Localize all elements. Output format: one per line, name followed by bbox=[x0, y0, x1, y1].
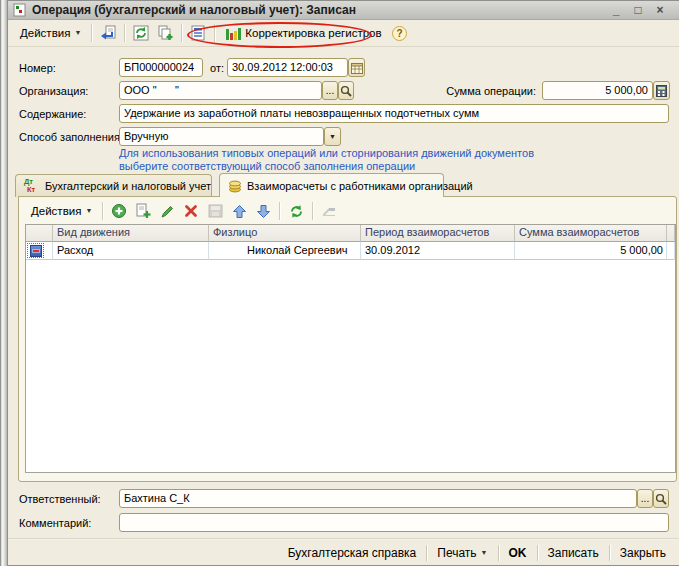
table-toolbar: Действия ▼ bbox=[22, 199, 673, 223]
refresh-document-button[interactable] bbox=[129, 22, 153, 44]
minimize-button[interactable]: _ bbox=[609, 3, 623, 17]
settlements-tab-page: Действия ▼ bbox=[18, 196, 677, 482]
arrow-down-icon bbox=[256, 204, 271, 219]
cell-amount[interactable]: 5 000,00 bbox=[515, 242, 667, 260]
row-indicator-cell bbox=[26, 242, 53, 260]
header-stub bbox=[667, 225, 675, 242]
footer-separator bbox=[498, 545, 499, 561]
header-person[interactable]: Физлицо bbox=[209, 225, 361, 242]
tab-settlements[interactable]: Взаиморасчеты с работниками организаций bbox=[219, 173, 444, 197]
header-period[interactable]: Период взаиморасчетов bbox=[361, 225, 515, 242]
responsible-field[interactable]: Бахтина С_К bbox=[119, 489, 637, 508]
refresh-table-button[interactable] bbox=[284, 200, 308, 222]
move-down-button[interactable] bbox=[251, 200, 275, 222]
caret-down-icon: ▼ bbox=[329, 132, 336, 142]
fill-method-hint-line2: выберите соответствующий способ заполнен… bbox=[119, 160, 415, 172]
cell-person[interactable]: Николай Сергеевич bbox=[209, 242, 361, 260]
maximize-button[interactable]: □ bbox=[631, 3, 645, 17]
write-document-button[interactable] bbox=[96, 22, 120, 44]
magnifier-icon bbox=[340, 85, 352, 97]
organization-lookup-button[interactable] bbox=[338, 81, 354, 100]
sum-field[interactable]: 5 000,00 bbox=[542, 81, 653, 100]
register-correction-button[interactable]: Корректировка регистров bbox=[219, 22, 387, 44]
date-field[interactable]: 30.09.2012 12:00:03 bbox=[227, 58, 348, 77]
table-actions-button[interactable]: Действия ▼ bbox=[25, 200, 98, 222]
print-label: Печать bbox=[437, 546, 476, 560]
actions-button[interactable]: Действия ▼ bbox=[14, 22, 87, 44]
settings-icon bbox=[321, 205, 337, 217]
fill-method-hint-line1: Для использования типовых операций или с… bbox=[119, 147, 534, 159]
footer-separator bbox=[537, 545, 538, 561]
accounting-reference-button[interactable]: Бухгалтерская справка bbox=[279, 542, 426, 564]
cell-period[interactable]: 30.09.2012 bbox=[361, 242, 515, 260]
comment-field[interactable] bbox=[119, 513, 669, 532]
current-row-marker bbox=[27, 243, 44, 258]
organization-ellipsis-button[interactable]: ... bbox=[322, 81, 338, 100]
add-icon bbox=[111, 203, 127, 219]
add-row-button[interactable] bbox=[107, 200, 131, 222]
save-button[interactable]: Записать bbox=[539, 542, 608, 564]
table-empty-area[interactable] bbox=[26, 260, 675, 472]
refresh-icon bbox=[289, 204, 304, 219]
close-button[interactable]: × bbox=[653, 3, 667, 17]
header-amount[interactable]: Сумма взаиморасчетов bbox=[515, 225, 667, 242]
toolbar-separator bbox=[124, 24, 125, 42]
tab-label: Бухгалтерский и налоговый учет bbox=[45, 180, 211, 192]
header-movement-type[interactable]: Вид движения bbox=[53, 225, 209, 242]
arrow-up-icon bbox=[232, 204, 247, 219]
move-up-button[interactable] bbox=[227, 200, 251, 222]
number-field[interactable]: БП000000024 bbox=[119, 58, 203, 77]
calculator-icon bbox=[656, 85, 667, 97]
caret-down-icon: ▼ bbox=[481, 548, 488, 558]
registers-bars-icon bbox=[225, 26, 241, 41]
footer-buttons: Бухгалтерская справка Печать ▼ OK Записа… bbox=[8, 540, 679, 566]
fill-method-dropdown-button[interactable]: ▼ bbox=[324, 127, 341, 146]
edit-row-button[interactable] bbox=[155, 200, 179, 222]
cell-movement-type[interactable]: Расход bbox=[53, 242, 209, 260]
end-edit-button[interactable] bbox=[203, 200, 227, 222]
responsible-label: Ответственный: bbox=[19, 493, 101, 505]
table-row[interactable]: Расход Николай Сергеевич 30.09.2012 5 00… bbox=[26, 242, 675, 260]
ok-label: OK bbox=[509, 546, 527, 560]
cell-stub bbox=[667, 242, 675, 260]
toolbar-separator bbox=[91, 24, 92, 42]
calendar-button[interactable] bbox=[348, 58, 365, 77]
document-journal-button[interactable] bbox=[186, 22, 210, 44]
ellipsis-icon: ... bbox=[641, 494, 649, 504]
save-label: Записать bbox=[548, 546, 599, 560]
titlebar[interactable]: Операция (бухгалтерский и налоговый учет… bbox=[8, 1, 679, 20]
responsible-ellipsis-button[interactable]: ... bbox=[637, 489, 653, 508]
question-icon: ? bbox=[392, 26, 407, 41]
copy-row-button[interactable] bbox=[131, 200, 155, 222]
copy-add-icon bbox=[157, 25, 174, 41]
accounting-reference-label: Бухгалтерская справка bbox=[288, 546, 417, 560]
actions-label: Действия bbox=[20, 27, 70, 39]
close-window-button[interactable]: Закрыть bbox=[611, 542, 675, 564]
calculator-button[interactable] bbox=[653, 81, 670, 100]
ok-button[interactable]: OK bbox=[500, 542, 536, 564]
settlements-table[interactable]: Вид движения Физлицо Период взаиморасчет… bbox=[25, 224, 676, 473]
help-button[interactable]: ? bbox=[390, 23, 410, 43]
close-label: Закрыть bbox=[620, 546, 666, 560]
operation-window: Операция (бухгалтерский и налоговый учет… bbox=[7, 0, 679, 566]
toolbar-separator bbox=[102, 202, 103, 220]
copy-document-button[interactable] bbox=[153, 22, 177, 44]
caret-down-icon: ▼ bbox=[85, 206, 92, 216]
number-label: Номер: bbox=[19, 62, 56, 74]
date-label: от: bbox=[210, 62, 224, 74]
main-toolbar: Действия ▼ bbox=[8, 20, 679, 47]
print-button[interactable]: Печать ▼ bbox=[428, 542, 496, 564]
operation-document-icon bbox=[12, 3, 27, 17]
pencil-icon bbox=[160, 204, 175, 219]
window-title: Операция (бухгалтерский и налоговый учет… bbox=[32, 3, 609, 17]
tab-accounting[interactable]: ДтКт Бухгалтерский и налоговый учет bbox=[15, 174, 212, 197]
delete-row-button[interactable] bbox=[179, 200, 203, 222]
content-field[interactable]: Удержание из заработной платы невозвраще… bbox=[119, 104, 669, 123]
window-controls: _ □ × bbox=[609, 3, 667, 17]
organization-field[interactable]: ООО " " bbox=[119, 81, 322, 100]
caret-down-icon: ▼ bbox=[74, 28, 81, 38]
fill-method-combobox[interactable]: Вручную bbox=[119, 127, 324, 146]
list-settings-button[interactable] bbox=[317, 200, 341, 222]
toolbar-separator bbox=[181, 24, 182, 42]
responsible-lookup-button[interactable] bbox=[653, 489, 669, 508]
